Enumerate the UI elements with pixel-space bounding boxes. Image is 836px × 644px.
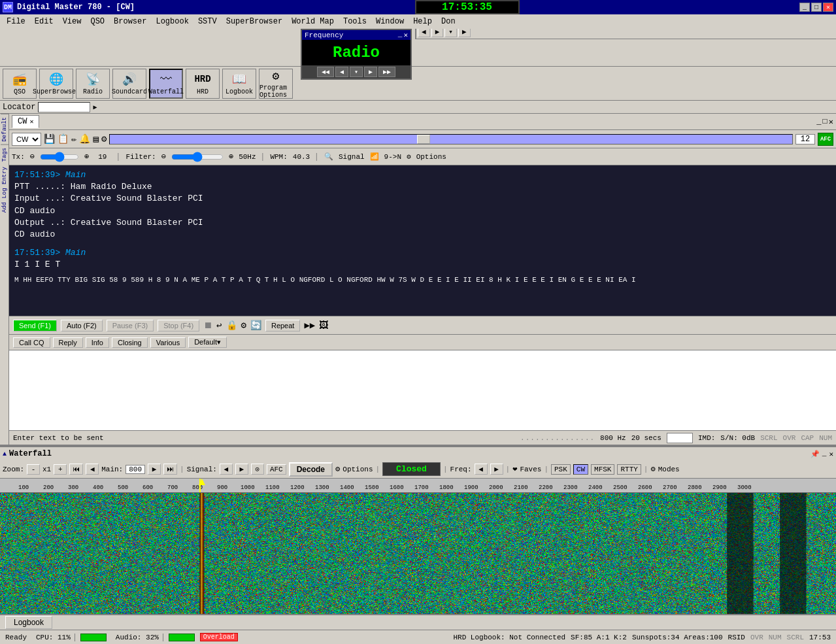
- auto-button[interactable]: Auto (F2): [61, 320, 103, 331]
- freq-dropdown[interactable]: ▾: [350, 67, 363, 77]
- send-icon1[interactable]: ⏹: [203, 320, 212, 331]
- menu-qso[interactable]: QSO: [86, 16, 109, 27]
- wf-mode-mfsk[interactable]: MFSK: [591, 464, 614, 475]
- toolbar-soundcard[interactable]: 🔊 Soundcard: [112, 69, 146, 99]
- close-button[interactable]: ✕: [823, 3, 833, 12]
- signal-icon[interactable]: 🔍: [324, 152, 333, 161]
- wf-decode-button[interactable]: Decode: [289, 462, 333, 477]
- send-icon7[interactable]: 🖼: [319, 320, 328, 331]
- toolbar-qso[interactable]: 📻 QSO: [3, 69, 37, 99]
- menu-don[interactable]: Don: [437, 16, 460, 27]
- text-input[interactable]: [9, 350, 836, 430]
- wf-freq-left[interactable]: ◀: [475, 464, 488, 475]
- menu-help[interactable]: Help: [409, 16, 436, 27]
- cw-panel-minimize[interactable]: _: [816, 117, 821, 126]
- send-button[interactable]: Send (F1): [13, 320, 57, 331]
- direction-icon[interactable]: 📶: [370, 152, 379, 161]
- macro-default[interactable]: Default▾: [188, 337, 227, 348]
- wf-zoom-minus[interactable]: -: [27, 464, 40, 475]
- menu-view[interactable]: View: [59, 16, 86, 27]
- cw-mode-select[interactable]: CW: [12, 133, 41, 146]
- sidebar-add-log-entry[interactable]: Add Log Entry: [1, 164, 8, 215]
- tx-plus[interactable]: ⊕: [84, 152, 89, 161]
- logbook-tab[interactable]: Logbook: [5, 616, 52, 629]
- cw-panel-close[interactable]: ✕: [829, 117, 833, 127]
- macro-call-cq[interactable]: Call CQ: [13, 337, 50, 348]
- macro-reply[interactable]: Reply: [53, 337, 83, 348]
- filter-slider[interactable]: [171, 152, 224, 161]
- freq-prev[interactable]: ◀: [335, 67, 348, 77]
- tx-minus[interactable]: ⊖: [30, 152, 35, 161]
- wf-scroll-right-fast[interactable]: ⏭: [163, 464, 177, 475]
- waterfall-close[interactable]: ✕: [829, 450, 833, 458]
- toolbar-hrd[interactable]: HRD HRD: [186, 69, 220, 99]
- menu-worldmap[interactable]: World Map: [288, 16, 338, 27]
- waterfall-minimize[interactable]: _: [822, 450, 827, 458]
- cw-tab[interactable]: CW ✕: [12, 115, 39, 128]
- waterfall-pin[interactable]: 📌: [811, 450, 820, 458]
- cw-panel-maximize[interactable]: □: [823, 117, 828, 126]
- wf-scroll-left[interactable]: ◀: [86, 464, 99, 475]
- waterfall-expand[interactable]: ▲: [3, 450, 7, 458]
- freq-next-next[interactable]: ▶▶: [378, 67, 395, 77]
- cw-toolbar-layout[interactable]: ▤: [93, 133, 98, 144]
- menu-edit[interactable]: Edit: [31, 16, 58, 27]
- macro-info[interactable]: Info: [86, 337, 109, 348]
- freq-window-close[interactable]: ✕: [403, 31, 408, 39]
- menu-sstv[interactable]: SSTV: [194, 16, 221, 27]
- toolbar-radio[interactable]: 📡 Radio: [76, 69, 110, 99]
- maximize-button[interactable]: □: [811, 3, 822, 12]
- freq-prev-prev[interactable]: ◀◀: [317, 67, 334, 77]
- waterfall-canvas[interactable]: [0, 493, 836, 614]
- freq-window-minimize[interactable]: _: [398, 31, 403, 39]
- locator-input[interactable]: [38, 102, 90, 112]
- menu-browser[interactable]: Browser: [110, 16, 150, 27]
- status-snr-input[interactable]: [667, 433, 693, 443]
- toolbar-waterfall[interactable]: 〰 Waterfall: [149, 69, 183, 99]
- menu-window[interactable]: Window: [372, 16, 408, 27]
- wf-freq-right[interactable]: ▶: [490, 464, 503, 475]
- filter-plus[interactable]: ⊕: [229, 152, 233, 161]
- minimize-button[interactable]: _: [799, 3, 810, 12]
- wf-mode-rtty[interactable]: RTTY: [617, 464, 641, 475]
- wf-modes-icon[interactable]: ⚙: [650, 464, 655, 474]
- cw-toolbar-btn2[interactable]: 📋: [58, 133, 69, 144]
- wf-options-icon[interactable]: ⚙: [335, 464, 340, 474]
- options-icon[interactable]: ⚙: [407, 152, 411, 161]
- macro-closing[interactable]: Closing: [112, 337, 148, 348]
- sidebar-tags[interactable]: Tags: [1, 144, 8, 165]
- toolbar-logbook[interactable]: 📖 Logbook: [222, 69, 256, 99]
- wf-heart-icon[interactable]: ❤: [512, 464, 517, 474]
- wf-zoom-plus[interactable]: +: [54, 464, 67, 475]
- send-icon5[interactable]: 🔄: [250, 320, 261, 331]
- cw-toolbar-bell[interactable]: 🔔: [79, 133, 90, 144]
- menu-file[interactable]: File: [3, 16, 29, 27]
- toolbar-program-options[interactable]: ⚙ Program Options: [259, 69, 293, 99]
- menu-tools[interactable]: Tools: [339, 16, 371, 27]
- locator-arrow[interactable]: ▶: [93, 103, 97, 111]
- send-icon6[interactable]: ▶▶: [304, 320, 315, 331]
- wf-scroll-left-fast[interactable]: ⏮: [69, 464, 83, 475]
- wf-signal-center[interactable]: ⊙: [251, 464, 264, 475]
- toolbar-superbrowser[interactable]: 🌐 SuperBrowser: [39, 69, 73, 99]
- cw-slider-thumb[interactable]: [417, 135, 430, 144]
- stop-button[interactable]: Stop (F4): [158, 320, 199, 331]
- send-icon4[interactable]: ⚙: [241, 320, 246, 331]
- cw-toolbar-pencil[interactable]: ✏: [71, 133, 76, 144]
- freq-next[interactable]: ▶: [364, 67, 377, 77]
- cw-toolbar-settings[interactable]: ⚙: [101, 133, 107, 144]
- cw-tab-close[interactable]: ✕: [29, 118, 33, 126]
- pause-button[interactable]: Pause (F3): [107, 320, 154, 331]
- macro-various[interactable]: Various: [150, 337, 186, 348]
- wf-mode-cw[interactable]: CW: [573, 464, 588, 475]
- tx-slider[interactable]: [40, 152, 79, 161]
- sidebar-default[interactable]: Default: [1, 114, 8, 144]
- send-icon3[interactable]: 🔒: [226, 320, 237, 331]
- menu-superbrowser[interactable]: SuperBrowser: [222, 16, 286, 27]
- wf-signal-right[interactable]: ▶: [235, 464, 248, 475]
- menu-logbook[interactable]: Logbook: [152, 16, 192, 27]
- wf-signal-left[interactable]: ◀: [220, 464, 233, 475]
- filter-minus[interactable]: ⊖: [161, 152, 166, 161]
- wf-mode-psk[interactable]: PSK: [551, 464, 571, 475]
- cw-toolbar-btn1[interactable]: 💾: [44, 133, 55, 144]
